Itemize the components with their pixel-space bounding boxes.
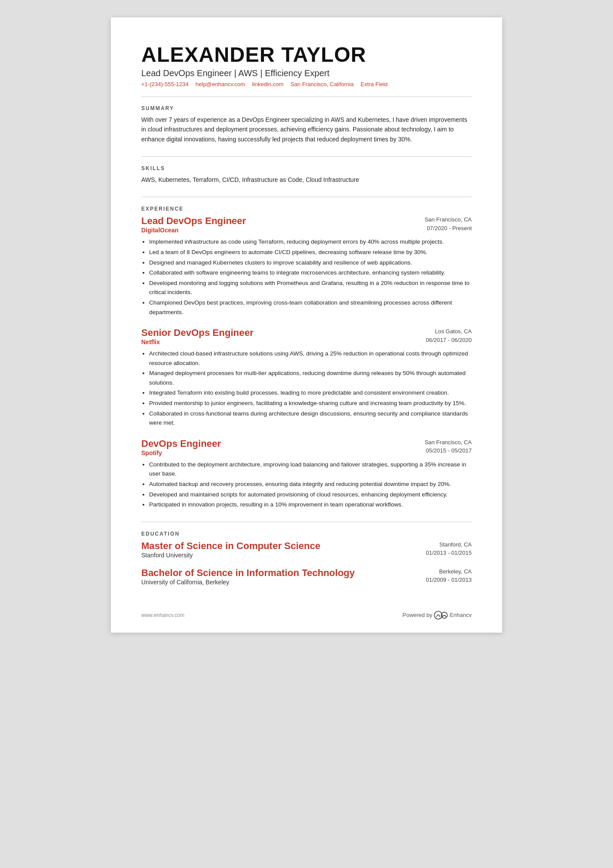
footer: www.enhancv.com Powered by Enhancv bbox=[141, 611, 472, 620]
education-divider bbox=[141, 522, 472, 522]
skills-label: SKILLS bbox=[141, 165, 472, 171]
bullet-item: Designed and managed Kubernetes clusters… bbox=[149, 258, 472, 268]
edu-header: Master of Science in Computer ScienceSta… bbox=[141, 540, 472, 559]
job-dates: 05/2015 - 05/2017 bbox=[426, 447, 472, 454]
contact-item: help@enhancv.com bbox=[196, 81, 245, 87]
footer-website: www.enhancv.com bbox=[141, 612, 184, 618]
bullet-item: Implemented infrastructure as code using… bbox=[149, 237, 472, 247]
bullet-item: Contributed to the deployment architectu… bbox=[149, 460, 472, 479]
edu-block: Master of Science in Computer ScienceSta… bbox=[141, 540, 472, 559]
job-title: DevOps Engineer bbox=[141, 438, 221, 449]
edu-header: Bachelor of Science in Information Techn… bbox=[141, 567, 472, 586]
job-location: Los Gatos, CA06/2017 - 06/2020 bbox=[426, 327, 472, 344]
job-title: Lead DevOps Engineer bbox=[141, 215, 246, 227]
job-bullets: Architected cloud-based infrastructure s… bbox=[141, 349, 472, 428]
job-bullets: Implemented infrastructure as code using… bbox=[141, 237, 472, 317]
job-bullets: Contributed to the deployment architectu… bbox=[141, 460, 472, 509]
footer-brand: Powered by Enhancv bbox=[403, 611, 472, 620]
bullet-item: Led a team of 8 DevOps engineers to auto… bbox=[149, 248, 472, 257]
candidate-title: Lead DevOps Engineer | AWS | Efficiency … bbox=[141, 68, 472, 78]
job-company: DigitalOcean bbox=[141, 227, 246, 234]
experience-divider bbox=[141, 197, 472, 197]
summary-text: With over 7 years of experience as a Dev… bbox=[141, 115, 472, 144]
edu-left: Bachelor of Science in Information Techn… bbox=[141, 567, 355, 586]
job-company: Spotify bbox=[141, 449, 221, 456]
job-location: San Francisco, CA05/2015 - 05/2017 bbox=[425, 438, 472, 455]
edu-location: Stanford, CA01/2013 - 01/2015 bbox=[426, 540, 472, 557]
job-left: Senior DevOps EngineerNetflix bbox=[141, 327, 253, 346]
bullet-item: Championed DevOps best practices, improv… bbox=[149, 298, 472, 317]
edu-dates: 01/2013 - 01/2015 bbox=[426, 550, 472, 556]
bullet-item: Architected cloud-based infrastructure s… bbox=[149, 349, 472, 368]
powered-by-text: Powered by bbox=[403, 612, 433, 618]
contact-list: +1-(234)-555-1234help@enhancv.comlinkedi… bbox=[141, 81, 472, 87]
job-left: DevOps EngineerSpotify bbox=[141, 438, 221, 457]
education-section: EDUCATION Master of Science in Computer … bbox=[141, 531, 472, 586]
edu-container: Master of Science in Computer ScienceSta… bbox=[141, 540, 472, 586]
job-block: DevOps EngineerSpotifySan Francisco, CA0… bbox=[141, 438, 472, 509]
bullet-item: Managed deployment processes for multi-t… bbox=[149, 369, 472, 387]
skills-divider bbox=[141, 156, 472, 157]
edu-location: Berkeley, CA01/2009 - 01/2013 bbox=[426, 567, 472, 584]
edu-block: Bachelor of Science in Information Techn… bbox=[141, 567, 472, 586]
brand-name: Enhancv bbox=[450, 612, 472, 618]
summary-section: SUMMARY With over 7 years of experience … bbox=[141, 105, 472, 144]
job-location: San Francisco, CA07/2020 - Present bbox=[425, 215, 472, 232]
skills-section: SKILLS AWS, Kubernetes, Terraform, CI/CD… bbox=[141, 165, 472, 184]
bullet-item: Participated in innovation projects, res… bbox=[149, 500, 472, 509]
bullet-item: Collaborated in cross-functional teams d… bbox=[149, 409, 472, 428]
job-block: Lead DevOps EngineerDigitalOceanSan Fran… bbox=[141, 215, 472, 317]
job-block: Senior DevOps EngineerNetflixLos Gatos, … bbox=[141, 327, 472, 428]
edu-degree: Bachelor of Science in Information Techn… bbox=[141, 567, 355, 579]
contact-item: linkedin.com bbox=[252, 81, 283, 87]
header: ALEXANDER TAYLOR Lead DevOps Engineer | … bbox=[141, 44, 472, 87]
job-dates: 06/2017 - 06/2020 bbox=[426, 337, 472, 343]
jobs-container: Lead DevOps EngineerDigitalOceanSan Fran… bbox=[141, 215, 472, 509]
job-header: DevOps EngineerSpotifySan Francisco, CA0… bbox=[141, 438, 472, 457]
job-header: Lead DevOps EngineerDigitalOceanSan Fran… bbox=[141, 215, 472, 235]
job-header: Senior DevOps EngineerNetflixLos Gatos, … bbox=[141, 327, 472, 346]
edu-school: University of California, Berkeley bbox=[141, 579, 355, 586]
enhancv-logo-icon bbox=[434, 611, 448, 620]
skills-text: AWS, Kubernetes, Terraform, CI/CD, Infra… bbox=[141, 175, 472, 184]
bullet-item: Collaborated with software engineering t… bbox=[149, 268, 472, 278]
resume-page: ALEXANDER TAYLOR Lead DevOps Engineer | … bbox=[111, 17, 502, 633]
bullet-item: Automated backup and recovery processes,… bbox=[149, 479, 472, 489]
job-company: Netflix bbox=[141, 338, 253, 345]
edu-degree: Master of Science in Computer Science bbox=[141, 540, 320, 552]
candidate-name: ALEXANDER TAYLOR bbox=[141, 44, 472, 67]
edu-dates: 01/2009 - 01/2013 bbox=[426, 576, 472, 583]
bullet-item: Provided mentorship to junior engineers,… bbox=[149, 399, 472, 408]
summary-label: SUMMARY bbox=[141, 105, 472, 111]
contact-item: +1-(234)-555-1234 bbox=[141, 81, 189, 87]
bullet-item: Developed and maintained scripts for aut… bbox=[149, 490, 472, 499]
job-left: Lead DevOps EngineerDigitalOcean bbox=[141, 215, 246, 235]
contact-item: San Francisco, California bbox=[290, 81, 353, 87]
experience-label: EXPERIENCE bbox=[141, 206, 472, 212]
contact-item: Extra Field bbox=[360, 81, 387, 87]
job-dates: 07/2020 - Present bbox=[427, 225, 472, 231]
header-divider bbox=[141, 96, 472, 97]
experience-section: EXPERIENCE Lead DevOps EngineerDigitalOc… bbox=[141, 206, 472, 509]
bullet-item: Developed monitoring and logging solutio… bbox=[149, 278, 472, 297]
bullet-item: Integrated Terraform into existing build… bbox=[149, 388, 472, 398]
job-title: Senior DevOps Engineer bbox=[141, 327, 253, 338]
edu-left: Master of Science in Computer ScienceSta… bbox=[141, 540, 320, 559]
edu-school: Stanford University bbox=[141, 552, 320, 559]
education-label: EDUCATION bbox=[141, 531, 472, 537]
